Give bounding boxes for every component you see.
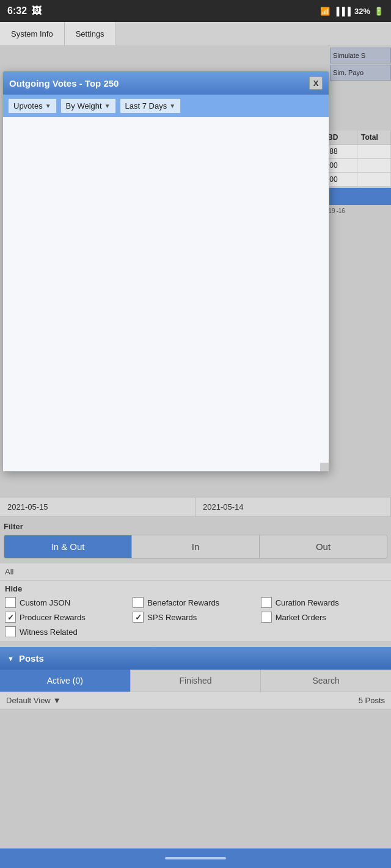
resize-handle[interactable] (320, 463, 329, 471)
signal-icon-1: ▐▐▐ (334, 7, 351, 16)
photo-icon: 🖼 (32, 5, 42, 16)
bg-date-row: -19 -16 (324, 206, 391, 215)
chevron-down-icon: ▼ (45, 103, 51, 109)
battery-text: 32% (354, 7, 370, 16)
by-weight-dropdown[interactable]: By Weight ▼ (60, 98, 116, 114)
col-total: Total (357, 131, 391, 144)
hide-item-label-witness: Witness Related (20, 627, 78, 637)
tab-settings[interactable]: Settings (65, 22, 116, 45)
hide-item-label-custom-json: Custom JSON (20, 598, 70, 607)
bg-chart-bar (324, 188, 391, 205)
hide-section: Hide Custom JSON Benefactor Rewards Cura… (0, 580, 391, 641)
checkbox-benefactor[interactable] (133, 597, 144, 608)
posts-tab-search[interactable]: Search (261, 670, 391, 692)
hide-item-benefactor[interactable]: Benefactor Rewards (133, 597, 258, 608)
hide-grid: Custom JSON Benefactor Rewards Curation … (5, 597, 386, 637)
date-row: 2021-05-15 2021-05-14 (0, 497, 391, 517)
checkbox-producer[interactable] (5, 612, 16, 623)
filter-tab-out[interactable]: Out (260, 535, 387, 558)
battery-icon: 🔋 (374, 7, 384, 16)
chevron-down-icon-view: ▼ (53, 696, 61, 705)
wifi-icon: 📶 (320, 7, 330, 16)
status-bar: 6:32 🖼 📶 ▐▐▐ 32% 🔋 (0, 0, 391, 22)
time: 6:32 (7, 5, 27, 16)
filter-tabs: In & Out In Out (4, 535, 387, 559)
posts-count: 5 Posts (359, 696, 385, 705)
hide-item-label-producer: Producer Rewards (20, 613, 86, 622)
hide-item-label-curation: Curation Rewards (276, 598, 339, 607)
top-nav: System Info Settings (0, 22, 391, 45)
hide-item-sps[interactable]: SPS Rewards (133, 612, 258, 623)
posts-tab-active[interactable]: Active (0) (0, 670, 131, 692)
last-7-days-dropdown[interactable]: Last 7 Days ▼ (120, 98, 181, 114)
hide-item-market[interactable]: Market Orders (261, 612, 386, 623)
hide-item-producer[interactable]: Producer Rewards (5, 612, 130, 623)
chevron-down-icon-3: ▼ (169, 103, 175, 109)
filter-tab-in[interactable]: In (132, 535, 260, 558)
posts-view-dropdown[interactable]: Default View ▼ (6, 696, 61, 705)
simulate-s-button[interactable]: Simulate S (330, 48, 391, 63)
bottom-indicator (165, 857, 226, 859)
status-left: 6:32 🖼 (7, 5, 42, 16)
bottom-nav (0, 848, 391, 868)
hide-label: Hide (5, 584, 386, 593)
empty-content-area (0, 709, 391, 868)
hide-item-witness[interactable]: Witness Related (5, 626, 130, 637)
modal-outgoing-votes: Outgoing Votes - Top 250 X Upvotes ▼ By … (2, 71, 329, 472)
date-2: 2021-05-14 (196, 497, 391, 516)
checkbox-market[interactable] (261, 612, 272, 623)
filter-all: All (0, 563, 391, 580)
checkbox-witness[interactable] (5, 626, 16, 637)
checkbox-custom-json[interactable] (5, 597, 16, 608)
upvotes-dropdown[interactable]: Upvotes ▼ (8, 98, 57, 114)
modal-title: Outgoing Votes - Top 250 (9, 78, 119, 89)
posts-view-row: Default View ▼ 5 Posts (0, 692, 391, 709)
hide-item-label-benefactor: Benefactor Rewards (147, 598, 219, 607)
modal-close-button[interactable]: X (309, 76, 323, 90)
filter-section: Filter In & Out In Out (0, 517, 391, 559)
posts-tabs: Active (0) Finished Search (0, 670, 391, 692)
posts-section: ▼ Posts Active (0) Finished Search Defau… (0, 647, 391, 709)
sim-payout-button[interactable]: Sim. Payo (330, 65, 391, 81)
hide-item-curation[interactable]: Curation Rewards (261, 597, 386, 608)
tab-system-info[interactable]: System Info (0, 22, 65, 45)
checkbox-sps[interactable] (133, 612, 144, 623)
chevron-down-icon-posts: ▼ (7, 655, 14, 662)
filter-label: Filter (4, 522, 387, 531)
hide-item-label-sps: SPS Rewards (147, 613, 197, 622)
modal-header: Outgoing Votes - Top 250 X (3, 71, 329, 95)
date-1: 2021-05-15 (0, 497, 196, 516)
filter-tab-in-out[interactable]: In & Out (4, 535, 132, 558)
modal-body (3, 117, 329, 471)
bg-table: BD Total .88 .00 .00 -19 -16 (324, 131, 391, 215)
default-view-label: Default View (6, 696, 51, 705)
posts-tab-finished[interactable]: Finished (131, 670, 261, 692)
posts-header: ▼ Posts (0, 647, 391, 670)
posts-title: Posts (19, 653, 44, 664)
hide-item-label-market: Market Orders (276, 613, 326, 622)
chevron-down-icon-2: ▼ (104, 103, 111, 109)
hide-item-custom-json[interactable]: Custom JSON (5, 597, 130, 608)
modal-controls: Upvotes ▼ By Weight ▼ Last 7 Days ▼ (3, 95, 329, 117)
checkbox-curation[interactable] (261, 597, 272, 608)
status-right: 📶 ▐▐▐ 32% 🔋 (320, 7, 384, 16)
